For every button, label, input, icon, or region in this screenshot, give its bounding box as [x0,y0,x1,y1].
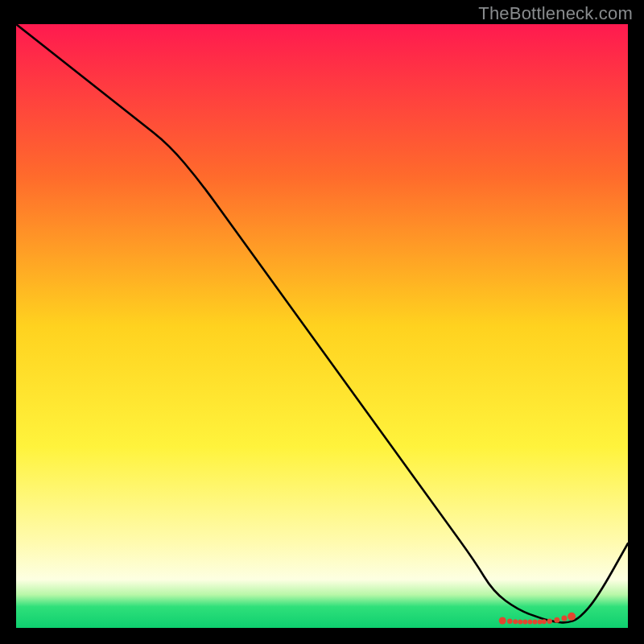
marker-dot [527,620,532,625]
chart-container [0,0,644,644]
marker-dot [513,619,518,624]
marker-dot [499,617,506,625]
marker-dot [518,620,522,625]
chart-svg [0,0,644,644]
marker-dot [538,620,543,625]
marker-dot [532,620,537,625]
marker-dot [568,613,576,621]
watermark-label: TheBottleneck.com [478,3,633,24]
marker-dot [561,616,567,621]
marker-dot [507,619,512,624]
plot-background [16,24,628,628]
marker-dot [522,620,527,625]
marker-dot [554,617,559,623]
marker-dot [542,619,547,624]
marker-dot [547,619,552,624]
